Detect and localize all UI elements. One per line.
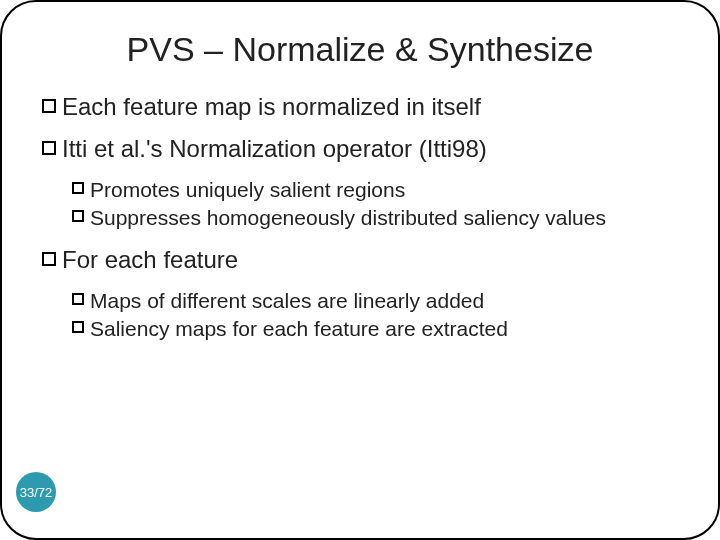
square-bullet-icon	[72, 210, 84, 222]
sub-bullet-item: Suppresses homogeneously distributed sal…	[72, 205, 678, 231]
sub-bullet-text: Maps of different scales are linearly ad…	[90, 288, 678, 314]
bullet-item: Each feature map is normalized in itself	[42, 93, 678, 121]
bullet-text: Each feature map is normalized in itself	[62, 93, 678, 121]
sub-bullet-text: Saliency maps for each feature are extra…	[90, 316, 678, 342]
sub-bullet-list: Maps of different scales are linearly ad…	[72, 288, 678, 343]
sub-bullet-text: Suppresses homogeneously distributed sal…	[90, 205, 678, 231]
sub-bullet-list: Promotes uniquely salient regions Suppre…	[72, 177, 678, 232]
page-number-badge: 33/72	[16, 472, 56, 512]
square-bullet-icon	[72, 182, 84, 194]
sub-bullet-item: Maps of different scales are linearly ad…	[72, 288, 678, 314]
square-bullet-icon	[42, 141, 56, 155]
sub-bullet-item: Promotes uniquely salient regions	[72, 177, 678, 203]
bullet-text: For each feature	[62, 246, 678, 274]
square-bullet-icon	[42, 99, 56, 113]
sub-bullet-item: Saliency maps for each feature are extra…	[72, 316, 678, 342]
bullet-text: Itti et al.'s Normalization operator (It…	[62, 135, 678, 163]
slide-frame: PVS – Normalize & Synthesize Each featur…	[0, 0, 720, 540]
square-bullet-icon	[72, 293, 84, 305]
square-bullet-icon	[42, 252, 56, 266]
square-bullet-icon	[72, 321, 84, 333]
slide-title: PVS – Normalize & Synthesize	[42, 30, 678, 69]
bullet-item: Itti et al.'s Normalization operator (It…	[42, 135, 678, 163]
sub-bullet-text: Promotes uniquely salient regions	[90, 177, 678, 203]
bullet-item: For each feature	[42, 246, 678, 274]
